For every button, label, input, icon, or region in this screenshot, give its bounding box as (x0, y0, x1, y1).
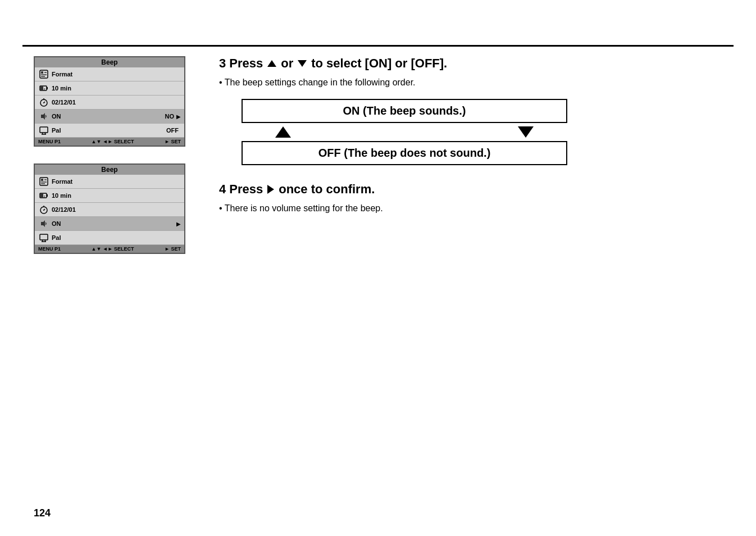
menu-screen-1: Beep Format z 10 min 02/12/01 ON NO (34, 56, 185, 147)
pal-icon-2 (38, 233, 49, 243)
top-divider (22, 45, 734, 47)
menu-footer-1: MENU P1 ▲▼ ◄► SELECT ► SET (35, 138, 184, 146)
step3-arrow-up-icon (267, 60, 276, 67)
step3-press-label: Press (229, 56, 263, 71)
footer-menu-p1-1: MENU P1 (38, 139, 61, 144)
right-column: 3 Press or to select [ON] or [OFF]. • Th… (219, 56, 722, 214)
step4-bullet: • There is no volume setting for the bee… (219, 203, 722, 214)
format-label-2: Format (52, 178, 181, 185)
step4-arrow-right-icon (267, 185, 274, 194)
menu-row-pal-1: Pal OFF (35, 124, 184, 138)
pal-label-2: Pal (52, 234, 181, 241)
pal-value-1: OFF (166, 127, 179, 134)
menu-footer-2: MENU P1 ▲▼ ◄► SELECT ► SET (35, 245, 184, 253)
footer-set-2: ► SET (165, 246, 181, 252)
menu-row-format-1: Format (35, 67, 184, 81)
step3-bullet: • The beep settings change in the follow… (219, 78, 722, 88)
timer-icon-2 (38, 205, 49, 215)
battery-icon-1: z (38, 83, 49, 93)
step3-number: 3 (219, 56, 226, 71)
page-number: 124 (34, 507, 51, 519)
step4-number: 4 (219, 182, 226, 197)
off-box: OFF (The beep does not sound.) (242, 141, 567, 165)
menu-row-timer-1: 02/12/01 (35, 96, 184, 110)
pal-label-1: Pal (52, 127, 166, 134)
footer-set-1: ► SET (165, 139, 181, 144)
format-icon-1 (38, 69, 49, 79)
menu-row-timer-2: 02/12/01 (35, 203, 184, 217)
menu-screen-2: Beep Format z 10 min 02/12/01 ON ▶ (34, 163, 185, 254)
svg-rect-1 (41, 71, 43, 74)
svg-point-12 (43, 102, 44, 103)
svg-rect-7 (40, 87, 43, 90)
sound-arrow-1: ▶ (176, 113, 181, 120)
svg-rect-32 (40, 234, 48, 240)
svg-rect-6 (47, 87, 48, 89)
step3-arrow-down-icon (298, 60, 307, 67)
step3-heading: 3 Press or to select [ON] or [OFF]. (219, 56, 722, 71)
footer-select-2: ▲▼ ◄► SELECT (91, 246, 134, 252)
step4-press-label: Press (229, 182, 263, 197)
step3-or-label: or (281, 56, 293, 71)
menu-row-sound-1: ON NO ▶ (35, 110, 184, 124)
sound-label-2: ON (52, 220, 176, 227)
sound-value-1: NO (165, 113, 175, 120)
beep-cycle-diagram: ON (The beep sounds.) OFF (The beep does… (242, 99, 567, 165)
footer-menu-p1-2: MENU P1 (38, 246, 61, 252)
svg-marker-13 (41, 113, 45, 120)
menu-title-1: Beep (35, 57, 184, 67)
on-box: ON (The beep sounds.) (242, 99, 567, 123)
beep-arrows-row (242, 123, 567, 141)
timer-icon-1 (38, 97, 49, 107)
svg-rect-19 (41, 179, 43, 181)
timer-label-1: 02/12/01 (52, 99, 181, 106)
menu-row-pal-2: Pal (35, 231, 184, 245)
step4-rest-label: once to confirm. (279, 182, 375, 197)
svg-point-30 (43, 210, 44, 211)
sound-icon-2 (38, 219, 49, 229)
sound-label-1: ON (52, 113, 165, 120)
format-label-1: Format (52, 71, 181, 78)
svg-marker-31 (41, 220, 45, 227)
step3-rest-label: to select [ON] or [OFF]. (311, 56, 447, 71)
svg-rect-14 (40, 127, 48, 133)
svg-rect-24 (47, 194, 48, 197)
pal-icon-1 (38, 125, 49, 135)
format-icon-2 (38, 176, 49, 187)
footer-select-1: ▲▼ ◄► SELECT (91, 139, 134, 144)
menu-row-format-2: Format (35, 175, 184, 189)
timer-label-2: 02/12/01 (52, 206, 181, 213)
battery-icon-2: z (38, 190, 49, 201)
left-column: Beep Format z 10 min 02/12/01 ON NO (34, 56, 197, 271)
sound-arrow-2: ▶ (176, 221, 181, 227)
battery-label-1: 10 min (52, 85, 181, 92)
sound-icon-1 (38, 111, 49, 121)
cycle-arrow-down (518, 126, 534, 138)
menu-title-2: Beep (35, 165, 184, 175)
step4-heading: 4 Press once to confirm. (219, 182, 722, 197)
menu-row-battery-1: z 10 min (35, 81, 184, 96)
cycle-arrow-up (275, 126, 291, 138)
battery-label-2: 10 min (52, 192, 181, 199)
svg-text:z: z (44, 87, 45, 90)
menu-row-sound-2: ON ▶ (35, 217, 184, 231)
menu-row-battery-2: z 10 min (35, 189, 184, 203)
svg-text:z: z (44, 194, 45, 198)
svg-rect-25 (40, 194, 43, 197)
